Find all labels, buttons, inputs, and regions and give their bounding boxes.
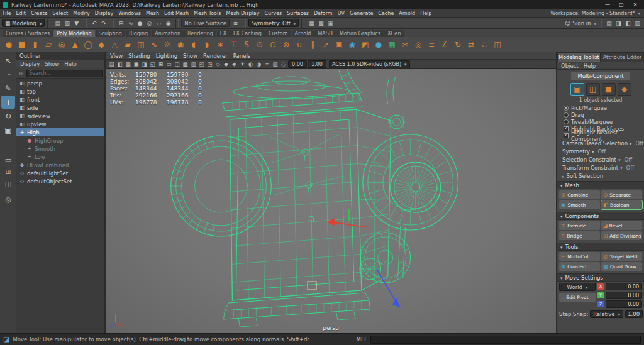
components-section-header[interactable]: Components (557, 212, 644, 220)
selection-mode-radio[interactable]: Pick/Marquee (557, 104, 644, 111)
render-settings-icon[interactable]: ▣ (326, 18, 335, 28)
render-current-frame-icon[interactable]: ▦ (307, 18, 316, 28)
shelf-tab[interactable]: Sculpting (96, 30, 125, 37)
tool-button[interactable]: ≡ Connect (559, 262, 600, 271)
tool-button[interactable]: ▦ Quad Draw (601, 262, 642, 271)
mesh-button[interactable]: ⊕ Combine (559, 190, 600, 199)
anti-alias-icon[interactable]: ▧ (271, 60, 279, 68)
axis-value-field[interactable]: 0.00 (606, 283, 642, 290)
viewport-menu-item[interactable]: View (110, 53, 123, 59)
mirror-icon[interactable]: ◫ (491, 38, 504, 51)
append-polygon-icon[interactable]: ◩ (359, 38, 372, 51)
workspace-selector[interactable]: Workspace: Modeling - Standard* (550, 11, 644, 16)
image-plane-icon[interactable]: ◨ (140, 60, 148, 68)
constraint-dropdown-row[interactable]: Transform Constraint Off (557, 163, 644, 172)
move-settings-header[interactable]: Move Settings (557, 273, 644, 282)
gamma-field[interactable] (308, 60, 326, 68)
toolkit-menu-item[interactable]: Help (584, 63, 596, 69)
shelf-tab[interactable]: Arnold (292, 30, 314, 37)
move-tool-icon[interactable]: + (1, 96, 15, 109)
quad-draw-icon[interactable]: ▦ (386, 38, 398, 51)
extract-icon[interactable]: ↗ (319, 38, 332, 51)
safe-action-icon[interactable]: ◰ (197, 60, 206, 68)
menu-item[interactable]: Display (92, 11, 116, 16)
snap-point-icon[interactable]: ● (135, 18, 145, 28)
shaded-mode-icon[interactable]: ◆ (222, 60, 230, 68)
rotate-tool-icon[interactable]: ↻ (1, 109, 15, 123)
viewport-menu-item[interactable]: Renderer (203, 53, 228, 59)
spin-edge-icon[interactable]: ↻ (452, 38, 464, 51)
outliner-item[interactable]: ◧ upview (16, 120, 104, 128)
side-panel-tab[interactable]: Modeling Toolkit (557, 52, 601, 62)
mel-input[interactable] (370, 336, 641, 344)
svg-tool-icon[interactable]: S (240, 38, 253, 51)
poly-helix-icon[interactable]: ∿ (148, 38, 160, 51)
shelf-tab[interactable]: FX Caching (230, 30, 265, 37)
poly-disc-icon[interactable]: ◯ (82, 38, 94, 51)
single-pane-layout-icon[interactable]: ▭ (1, 154, 15, 165)
selection-mode-radio[interactable]: Tweak/Marquee (557, 118, 644, 125)
super-ellipse-icon[interactable]: ◖ (187, 38, 200, 51)
uv-mode-icon[interactable]: ◆ (618, 83, 631, 96)
menu-item[interactable]: Surfaces (284, 11, 311, 16)
two-d-pan-zoom-icon[interactable]: ◱ (148, 60, 157, 68)
scale-tool-icon[interactable]: ▣ (1, 123, 15, 136)
mesh-button[interactable]: ⊖ Separate (601, 190, 642, 199)
tool-button[interactable]: ◎ Target Weld (601, 252, 642, 261)
shadows-icon[interactable]: ◐ (247, 60, 255, 68)
ambient-occlusion-icon[interactable]: ◑ (255, 60, 263, 68)
poly-pyramid-icon[interactable]: △ (108, 38, 121, 51)
selection-mode-radio[interactable]: Drag (557, 111, 644, 118)
field-chart-icon[interactable]: ▥ (189, 60, 197, 68)
open-scene-icon[interactable]: ▧ (62, 18, 72, 28)
menu-item[interactable]: Deform (311, 11, 335, 16)
four-pane-layout-icon[interactable]: ⊞ (1, 166, 15, 177)
film-gate-icon[interactable]: ▭ (165, 60, 173, 68)
snap-view-plane-icon[interactable]: ▱ (154, 18, 164, 28)
menu-item[interactable]: Arnold (396, 11, 418, 16)
gate-mask-icon[interactable]: ▩ (181, 60, 189, 68)
menu-item[interactable]: Mesh Tools (191, 11, 223, 16)
poly-gear-icon[interactable]: ☼ (161, 38, 174, 51)
menu-item[interactable]: Generate (347, 11, 375, 16)
toolkit-menu-item[interactable]: Object (561, 63, 579, 69)
exposure-field[interactable] (288, 60, 307, 68)
lock-camera-icon[interactable]: ◧ (116, 60, 124, 68)
new-scene-icon[interactable]: ▤ (53, 18, 62, 28)
axis-value-field[interactable]: 0.00 (606, 300, 642, 308)
type-tool-icon[interactable]: T (227, 38, 240, 51)
viewport-menu-item[interactable]: Lighting (156, 53, 177, 59)
outliner-item[interactable]: ◆ DLowCombined (16, 161, 104, 169)
outliner-item[interactable]: ◧ front (16, 96, 104, 104)
outliner-item[interactable]: + Smooth (16, 145, 104, 153)
menu-item[interactable]: Windows (116, 11, 143, 16)
menu-item[interactable]: UV (335, 11, 347, 16)
face-mode-icon[interactable]: ■ (602, 83, 616, 96)
ultra-shape-icon[interactable]: ∗ (214, 38, 226, 51)
poly-cone-icon[interactable]: ▲ (69, 38, 81, 51)
highlight-option-checkbox[interactable]: Highlight Nearest Component (557, 132, 644, 139)
tool-settings-toggle-icon[interactable]: ◨ (614, 18, 623, 28)
constraint-dropdown-row[interactable]: Selection Constraint Off (557, 155, 644, 163)
poly-prism-icon[interactable]: ▰ (121, 38, 134, 51)
shelf-tab[interactable]: MASH (314, 30, 335, 37)
spherical-harmonics-icon[interactable]: ◗ (201, 38, 213, 51)
sign-in-button[interactable]: ☺ Sign in (565, 20, 596, 26)
lights-icon[interactable]: ☀ (238, 60, 247, 68)
tools-section-header[interactable]: Tools (557, 243, 644, 251)
outliner-menu-item[interactable]: Display (20, 61, 40, 67)
textured-mode-icon[interactable]: ◈ (230, 60, 238, 68)
two-pane-layout-icon[interactable]: ◫ (1, 178, 15, 189)
symmetry-selector[interactable]: Symmetry: Off (248, 19, 299, 27)
xray-icon[interactable]: ◌ (279, 60, 287, 68)
save-scene-icon[interactable]: ▼ (72, 18, 81, 28)
motion-blur-icon[interactable]: ≈ (263, 60, 271, 68)
menu-item[interactable]: Modify (70, 11, 92, 16)
wireframe-mode-icon[interactable]: ◇ (214, 60, 222, 68)
menu-item[interactable]: Mesh Display (223, 11, 262, 16)
resolution-gate-icon[interactable]: ◫ (173, 60, 181, 68)
shelf-tab[interactable]: Custom (265, 30, 291, 37)
poly-sphere-icon[interactable]: ● (3, 38, 15, 51)
poly-platonic-icon[interactable]: ◆ (95, 38, 108, 51)
outliner-item[interactable]: ◇ defaultObjectSet (16, 177, 104, 185)
